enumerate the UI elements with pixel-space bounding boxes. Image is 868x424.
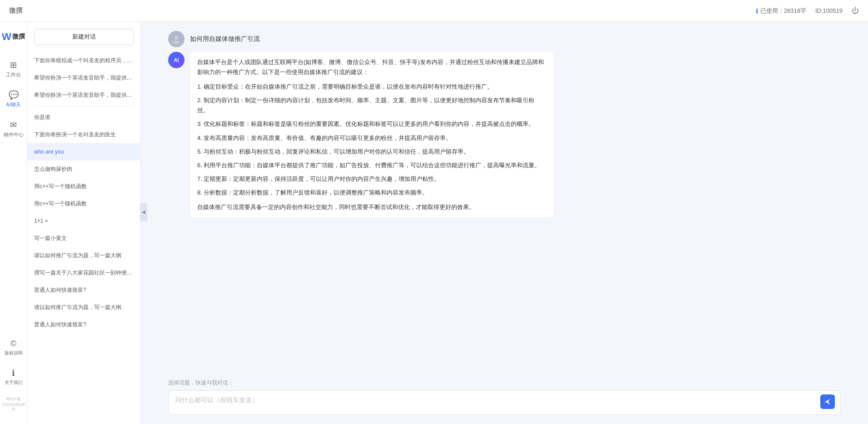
input-wrapper: [168, 390, 841, 415]
aichat-label: AI聊天: [6, 101, 20, 108]
aichat-icon: 💬: [9, 90, 19, 100]
sidebar-history: 新建对话 下面你将模拟成一个叫圣友的程序员，我说... 希望你扮演一个英语发音助…: [27, 22, 141, 424]
ai-para-9: 自媒体推广引流需要具备一定的内容创作和社交能力，同时也需要不断尝试和优化，才能取…: [197, 202, 546, 212]
workbench-label: 工作台: [6, 71, 21, 78]
history-item[interactable]: 1+1 =: [27, 212, 140, 229]
logo-text: 微撰: [12, 33, 25, 41]
main-layout: W 微撰 ⊞ 工作台 💬 AI聊天 ✉ 稿件中心 © 版权说明 ℹ 关于我们 粤…: [0, 22, 868, 424]
history-item[interactable]: 普通人如何快速致富?: [27, 316, 140, 333]
topbar-right: ℹ 已使用：28318字 ID:100519 ⏻: [756, 7, 859, 15]
topbar-usage: ℹ 已使用：28318字: [756, 7, 806, 15]
sidebar-toggle-button[interactable]: ◀: [140, 203, 147, 221]
topbar: 微撰 ℹ 已使用：28318字 ID:100519 ⏻: [0, 0, 868, 22]
chat-area: 如何用自媒体做推广引流 AI 自媒体平台是个人或团队通过互联网平台(如博客、微博…: [141, 22, 868, 424]
drafts-icon: ✉: [10, 120, 17, 130]
ai-para-8: 8. 分析数据：定期分析数据，了解用户反馈和喜好，以便调整推广策略和内容发布频率…: [197, 188, 546, 198]
user-question-text: 如何用自媒体做推广引流: [190, 35, 260, 43]
ai-avatar: AI: [168, 52, 185, 68]
history-item[interactable]: 用c++写一个随机函数: [27, 195, 140, 212]
history-item[interactable]: 请以如何推广引流为题，写一篇大纲: [27, 299, 140, 316]
ai-para-3: 3. 优化标题和标签：标题和标签是吸引粉丝的重要因素。优化标题和标签可以让更多的…: [197, 119, 546, 129]
history-divider: [34, 106, 134, 106]
svg-point-1: [173, 40, 180, 44]
logo-area: W 微撰: [2, 31, 25, 43]
logo-icon: W: [2, 31, 11, 43]
drafts-label: 稿件中心: [4, 131, 24, 138]
history-item[interactable]: 用c++写一个随机函数: [27, 178, 140, 195]
history-item[interactable]: 普通人如何快速致富?: [27, 281, 140, 299]
about-label: 关于我们: [5, 379, 23, 386]
history-item[interactable]: 下面你将扮演一个名叫圣友的医生: [27, 126, 140, 143]
sidebar-item-copyright[interactable]: © 版权说明: [0, 335, 27, 360]
history-item[interactable]: 撰写一篇关于八大家花园社区一刻钟便民生...: [27, 264, 140, 281]
usage-text: 已使用：28318字: [760, 7, 806, 15]
history-list: 下面你将模拟成一个叫圣友的程序员，我说... 希望你扮演一个英语发音助手，我提供…: [27, 50, 140, 424]
topbar-id: ID:100519: [815, 7, 843, 14]
ai-para-0: 自媒体平台是个人或团队通过互联网平台(如博客、微博、微信公众号、抖音、快手等)发…: [197, 57, 546, 77]
about-icon: ℹ: [12, 368, 15, 378]
topbar-title: 微撰: [9, 6, 756, 15]
user-question-row: 如何用自媒体做推广引流: [168, 31, 841, 47]
sidebar-item-drafts[interactable]: ✉ 稿件中心: [0, 116, 27, 142]
history-item-active[interactable]: who are you: [27, 143, 140, 160]
history-item[interactable]: 你是谁: [27, 109, 140, 126]
ai-para-2: 2. 制定内容计划：制定一份详细的内容计划，包括发布时间、频率、主题、文案、图片…: [197, 95, 546, 115]
send-button[interactable]: [820, 394, 835, 409]
history-item[interactable]: 希望你扮演一个英语发音助手，我提供给你...: [27, 86, 140, 104]
chat-input[interactable]: [175, 396, 818, 409]
icp-text: 粤ICP备2022015848号: [0, 394, 27, 415]
history-item[interactable]: 请以如何推广引流为题，写一篇大纲: [27, 247, 140, 264]
ai-message-row: AI 自媒体平台是个人或团队通过互联网平台(如博客、微博、微信公众号、抖音、快手…: [168, 52, 841, 218]
input-box: [168, 390, 841, 415]
history-item[interactable]: 下面你将模拟成一个叫圣友的程序员，我说...: [27, 52, 140, 69]
ai-para-5: 5. 与粉丝互动：积极与粉丝互动，回复评论和私信，可以增加用户对你的认可和信任，…: [197, 147, 546, 157]
nav-bottom: © 版权说明 ℹ 关于我们 粤ICP备2022015848号: [0, 335, 27, 415]
workbench-icon: ⊞: [10, 60, 17, 70]
copyright-icon: ©: [10, 339, 16, 349]
copyright-label: 版权说明: [5, 350, 23, 356]
svg-point-0: [175, 36, 179, 40]
ai-para-4: 4. 发布高质量内容：发布高质量、有价值、有趣的内容可以吸引更多的粉丝，并提高用…: [197, 133, 546, 143]
ai-message-bubble: 自媒体平台是个人或团队通过互联网平台(如博客、微博、微信公众号、抖音、快手等)发…: [190, 52, 554, 218]
history-item[interactable]: 希望你扮演一个英语发音助手，我提供给你...: [27, 69, 140, 86]
logout-button[interactable]: ⏻: [852, 7, 859, 15]
quick-topics-label: 选择话题，快速与我对话：: [168, 379, 841, 387]
history-item[interactable]: 怎么做狗屎炒肉: [27, 160, 140, 178]
ai-para-7: 7. 定期更新：定期更新内容，保持活跃度，可以让用户对你的内容产生兴趣，增加用户…: [197, 174, 546, 184]
sidebar-narrow: W 微撰 ⊞ 工作台 💬 AI聊天 ✉ 稿件中心 © 版权说明 ℹ 关于我们 粤…: [0, 22, 27, 424]
chat-messages: 如何用自媒体做推广引流 AI 自媒体平台是个人或团队通过互联网平台(如博客、微博…: [141, 22, 868, 374]
sidebar-item-workbench[interactable]: ⊞ 工作台: [0, 56, 27, 82]
sidebar-item-about[interactable]: ℹ 关于我们: [0, 364, 27, 389]
history-item[interactable]: 写一篇小黄文: [27, 229, 140, 247]
user-avatar: [168, 31, 185, 47]
ai-para-1: 1. 确定目标受众：在开始自媒体推广引流之前，需要明确目标受众是谁，以便在发布内…: [197, 82, 546, 92]
usage-icon: ℹ: [756, 7, 758, 15]
new-chat-button[interactable]: 新建对话: [34, 29, 134, 45]
ai-para-6: 6. 利用平台推广功能：自媒体平台都提供了推广功能，如广告投放、付费推广等，可以…: [197, 160, 546, 170]
chat-input-area: 选择话题，快速与我对话：: [141, 374, 868, 424]
sidebar-item-aichat[interactable]: 💬 AI聊天: [0, 86, 27, 112]
